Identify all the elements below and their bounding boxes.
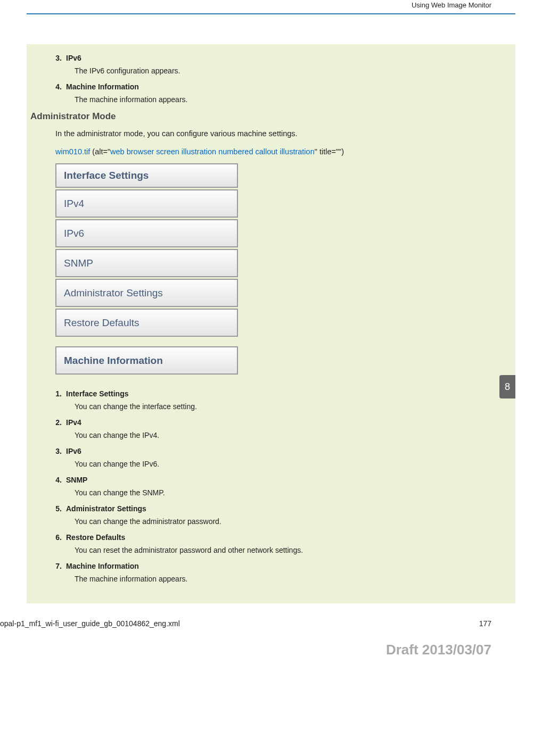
content-block: 3. IPv6 The IPv6 configuration appears. …: [27, 44, 515, 603]
list-number: 1.: [48, 389, 66, 398]
ui-menu-item-label: Restore Defaults: [64, 317, 139, 329]
list-title: Machine Information: [66, 562, 139, 570]
list-desc: The machine information appears.: [75, 95, 494, 104]
list-number: 4.: [48, 476, 66, 484]
image-ref-prefix: (alt=": [90, 147, 110, 156]
list-number: 7.: [48, 562, 66, 570]
ui-menu-header-label: Interface Settings: [64, 170, 149, 181]
list-desc: The IPv6 configuration appears.: [75, 67, 494, 75]
admin-ordered-list: 1.Interface Settings You can change the …: [48, 389, 494, 583]
list-number: 3.: [48, 54, 66, 62]
list-title: Machine Information: [66, 82, 139, 91]
footer-page-number: 177: [479, 619, 491, 628]
list-title: IPv4: [66, 418, 81, 427]
list-desc: You can change the SNMP.: [75, 488, 494, 497]
top-ordered-list: 3. IPv6 The IPv6 configuration appears. …: [48, 54, 494, 104]
image-reference: wim010.tif (alt="web browser screen illu…: [55, 147, 494, 156]
list-title: Administrator Settings: [66, 504, 146, 513]
section-heading: Administrator Mode: [30, 111, 494, 122]
image-alt-text: web browser screen illustration numbered…: [110, 147, 315, 156]
ui-menu-item: IPv6: [55, 219, 238, 247]
draft-watermark: Draft 2013/03/07: [27, 642, 515, 668]
ui-menu-item: Administrator Settings: [55, 279, 238, 307]
ui-menu-item-label: IPv4: [64, 198, 84, 210]
ui-menu-section-label: Machine Information: [64, 355, 163, 367]
list-number: 4.: [48, 82, 66, 91]
image-ref-suffix: " title=""): [315, 147, 344, 156]
list-desc: You can change the IPv6.: [75, 460, 494, 468]
ui-menu-item: SNMP: [55, 249, 238, 277]
ui-menu-item-label: Administrator Settings: [64, 287, 163, 299]
list-title: IPv6: [66, 54, 81, 62]
list-desc: You can change the IPv4.: [75, 431, 494, 439]
ui-menu-item: IPv4: [55, 189, 238, 218]
chapter-tab: 8: [499, 375, 515, 398]
running-header: Using Web Image Monitor: [27, 0, 515, 14]
list-number: 3.: [48, 447, 66, 455]
ui-screenshot-illustration: Interface Settings IPv4 IPv6 SNMP Admini…: [55, 163, 238, 375]
ui-menu-item-label: SNMP: [64, 257, 93, 269]
list-title: SNMP: [66, 476, 87, 484]
list-number: 5.: [48, 504, 66, 513]
list-number: 6.: [48, 533, 66, 542]
footer-filename: opal-p1_mf1_wi-fi_user_guide_gb_00104862…: [0, 619, 180, 628]
page-footer: opal-p1_mf1_wi-fi_user_guide_gb_00104862…: [27, 619, 515, 628]
list-desc: You can reset the administrator password…: [75, 546, 494, 554]
image-filename: wim010.tif: [55, 147, 90, 156]
ui-menu-header: Interface Settings: [55, 163, 238, 188]
ui-menu-item-label: IPv6: [64, 228, 84, 239]
list-number: 2.: [48, 418, 66, 427]
ui-menu-section: Machine Information: [55, 346, 238, 375]
ui-menu-item: Restore Defaults: [55, 309, 238, 337]
section-intro: In the administrator mode, you can confi…: [55, 129, 494, 138]
list-title: IPv6: [66, 447, 81, 455]
list-title: Interface Settings: [66, 389, 128, 398]
list-desc: The machine information appears.: [75, 575, 494, 583]
list-title: Restore Defaults: [66, 533, 125, 542]
list-desc: You can change the interface setting.: [75, 402, 494, 411]
list-desc: You can change the administrator passwor…: [75, 517, 494, 526]
